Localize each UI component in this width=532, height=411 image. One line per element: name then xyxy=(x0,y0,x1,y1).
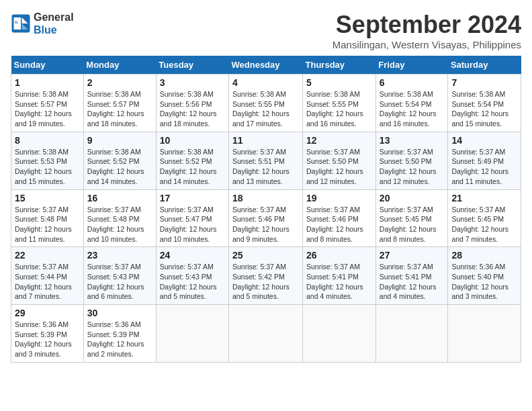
day-detail: Sunrise: 5:37 AMSunset: 5:49 PMDaylight:… xyxy=(451,148,508,185)
day-detail: Sunrise: 5:37 AMSunset: 5:44 PMDaylight:… xyxy=(15,263,72,300)
calendar-day-14: 14 Sunrise: 5:37 AMSunset: 5:49 PMDaylig… xyxy=(448,132,521,189)
empty-cell xyxy=(303,305,376,363)
logo-text: General Blue xyxy=(34,11,74,36)
calendar-day-13: 13 Sunrise: 5:37 AMSunset: 5:50 PMDaylig… xyxy=(375,132,448,189)
weekday-header-monday: Monday xyxy=(83,56,156,75)
day-detail: Sunrise: 5:38 AMSunset: 5:53 PMDaylight:… xyxy=(15,148,72,185)
day-number: 7 xyxy=(451,77,517,88)
day-number: 9 xyxy=(87,135,152,146)
day-number: 13 xyxy=(380,135,445,146)
calendar-day-4: 4 Sunrise: 5:38 AMSunset: 5:55 PMDayligh… xyxy=(229,75,303,132)
empty-cell xyxy=(229,305,303,363)
calendar-day-26: 26 Sunrise: 5:37 AMSunset: 5:41 PMDaylig… xyxy=(303,247,376,305)
day-detail: Sunrise: 5:37 AMSunset: 5:43 PMDaylight:… xyxy=(87,263,144,300)
day-number: 25 xyxy=(232,250,299,261)
weekday-header-thursday: Thursday xyxy=(303,56,376,75)
day-detail: Sunrise: 5:37 AMSunset: 5:43 PMDaylight:… xyxy=(160,263,217,300)
calendar-day-10: 10 Sunrise: 5:38 AMSunset: 5:52 PMDaylig… xyxy=(156,132,228,189)
calendar-day-9: 9 Sunrise: 5:38 AMSunset: 5:52 PMDayligh… xyxy=(83,132,156,189)
day-number: 12 xyxy=(306,135,372,146)
day-number: 20 xyxy=(380,193,445,203)
day-detail: Sunrise: 5:37 AMSunset: 5:46 PMDaylight:… xyxy=(306,205,363,243)
day-detail: Sunrise: 5:37 AMSunset: 5:47 PMDaylight:… xyxy=(160,205,217,243)
calendar-week-4: 22 Sunrise: 5:37 AMSunset: 5:44 PMDaylig… xyxy=(11,247,521,305)
day-number: 3 xyxy=(160,77,225,88)
day-detail: Sunrise: 5:36 AMSunset: 5:39 PMDaylight:… xyxy=(15,320,72,358)
calendar-table: SundayMondayTuesdayWednesdayThursdayFrid… xyxy=(11,56,521,363)
weekday-header-tuesday: Tuesday xyxy=(156,56,228,75)
header: G General Blue September 2024 Mansilinga… xyxy=(11,11,521,50)
calendar-day-5: 5 Sunrise: 5:38 AMSunset: 5:55 PMDayligh… xyxy=(303,75,376,132)
day-number: 15 xyxy=(15,193,80,203)
calendar-day-19: 19 Sunrise: 5:37 AMSunset: 5:46 PMDaylig… xyxy=(303,189,376,247)
svg-text:G: G xyxy=(15,20,18,24)
day-detail: Sunrise: 5:36 AMSunset: 5:39 PMDaylight:… xyxy=(87,320,144,358)
weekday-header-saturday: Saturday xyxy=(448,56,521,75)
calendar-week-5: 29 Sunrise: 5:36 AMSunset: 5:39 PMDaylig… xyxy=(11,305,521,363)
day-number: 27 xyxy=(380,250,445,261)
day-number: 5 xyxy=(306,77,372,88)
day-detail: Sunrise: 5:37 AMSunset: 5:41 PMDaylight:… xyxy=(380,263,437,300)
calendar-day-23: 23 Sunrise: 5:37 AMSunset: 5:43 PMDaylig… xyxy=(83,247,156,305)
calendar-week-1: 1 Sunrise: 5:38 AMSunset: 5:57 PMDayligh… xyxy=(11,75,521,132)
calendar-day-16: 16 Sunrise: 5:37 AMSunset: 5:48 PMDaylig… xyxy=(83,189,156,247)
day-number: 16 xyxy=(87,193,152,203)
day-detail: Sunrise: 5:38 AMSunset: 5:52 PMDaylight:… xyxy=(87,148,144,185)
calendar-week-2: 8 Sunrise: 5:38 AMSunset: 5:53 PMDayligh… xyxy=(11,132,521,189)
calendar-day-21: 21 Sunrise: 5:37 AMSunset: 5:45 PMDaylig… xyxy=(448,189,521,247)
day-detail: Sunrise: 5:37 AMSunset: 5:46 PMDaylight:… xyxy=(232,205,290,243)
day-detail: Sunrise: 5:37 AMSunset: 5:51 PMDaylight:… xyxy=(232,148,290,185)
calendar-day-6: 6 Sunrise: 5:38 AMSunset: 5:54 PMDayligh… xyxy=(375,75,448,132)
day-number: 1 xyxy=(15,77,80,88)
day-detail: Sunrise: 5:37 AMSunset: 5:48 PMDaylight:… xyxy=(87,205,144,243)
calendar-day-8: 8 Sunrise: 5:38 AMSunset: 5:53 PMDayligh… xyxy=(11,132,84,189)
calendar-day-15: 15 Sunrise: 5:37 AMSunset: 5:48 PMDaylig… xyxy=(11,189,84,247)
day-number: 26 xyxy=(306,250,372,261)
calendar-day-22: 22 Sunrise: 5:37 AMSunset: 5:44 PMDaylig… xyxy=(11,247,84,305)
day-number: 30 xyxy=(87,308,152,318)
logo: G General Blue xyxy=(11,11,74,36)
calendar-day-30: 30 Sunrise: 5:36 AMSunset: 5:39 PMDaylig… xyxy=(83,305,156,363)
title-area: September 2024 Mansilingan, Western Visa… xyxy=(332,11,521,50)
day-detail: Sunrise: 5:38 AMSunset: 5:54 PMDaylight:… xyxy=(451,90,508,128)
day-detail: Sunrise: 5:37 AMSunset: 5:42 PMDaylight:… xyxy=(232,263,290,300)
day-number: 14 xyxy=(451,135,517,146)
weekday-header-sunday: Sunday xyxy=(11,56,84,75)
day-number: 21 xyxy=(451,193,517,203)
day-detail: Sunrise: 5:36 AMSunset: 5:40 PMDaylight:… xyxy=(451,263,508,300)
day-number: 22 xyxy=(15,250,80,261)
location-title: Mansilingan, Western Visayas, Philippine… xyxy=(332,39,521,50)
day-number: 18 xyxy=(232,193,299,203)
day-detail: Sunrise: 5:37 AMSunset: 5:50 PMDaylight:… xyxy=(306,148,363,185)
day-number: 28 xyxy=(451,250,517,261)
day-detail: Sunrise: 5:37 AMSunset: 5:48 PMDaylight:… xyxy=(15,205,72,243)
calendar-day-2: 2 Sunrise: 5:38 AMSunset: 5:57 PMDayligh… xyxy=(83,75,156,132)
empty-cell xyxy=(156,305,228,363)
calendar-day-25: 25 Sunrise: 5:37 AMSunset: 5:42 PMDaylig… xyxy=(229,247,303,305)
calendar-day-11: 11 Sunrise: 5:37 AMSunset: 5:51 PMDaylig… xyxy=(229,132,303,189)
calendar-day-18: 18 Sunrise: 5:37 AMSunset: 5:46 PMDaylig… xyxy=(229,189,303,247)
calendar-day-29: 29 Sunrise: 5:36 AMSunset: 5:39 PMDaylig… xyxy=(11,305,84,363)
weekday-header-row: SundayMondayTuesdayWednesdayThursdayFrid… xyxy=(11,56,521,75)
day-number: 29 xyxy=(15,308,80,318)
calendar-day-24: 24 Sunrise: 5:37 AMSunset: 5:43 PMDaylig… xyxy=(156,247,228,305)
calendar-week-3: 15 Sunrise: 5:37 AMSunset: 5:48 PMDaylig… xyxy=(11,189,521,247)
weekday-header-wednesday: Wednesday xyxy=(229,56,303,75)
day-number: 17 xyxy=(160,193,225,203)
weekday-header-friday: Friday xyxy=(375,56,448,75)
empty-cell xyxy=(448,305,521,363)
calendar-day-12: 12 Sunrise: 5:37 AMSunset: 5:50 PMDaylig… xyxy=(303,132,376,189)
day-number: 19 xyxy=(306,193,372,203)
day-number: 4 xyxy=(232,77,299,88)
day-number: 2 xyxy=(87,77,152,88)
logo-icon: G xyxy=(11,13,31,34)
calendar-day-28: 28 Sunrise: 5:36 AMSunset: 5:40 PMDaylig… xyxy=(448,247,521,305)
calendar-day-20: 20 Sunrise: 5:37 AMSunset: 5:45 PMDaylig… xyxy=(375,189,448,247)
day-detail: Sunrise: 5:38 AMSunset: 5:57 PMDaylight:… xyxy=(87,90,144,128)
day-number: 24 xyxy=(160,250,225,261)
day-number: 11 xyxy=(232,135,299,146)
day-number: 10 xyxy=(160,135,225,146)
empty-cell xyxy=(375,305,448,363)
day-detail: Sunrise: 5:38 AMSunset: 5:57 PMDaylight:… xyxy=(15,90,72,128)
calendar-day-1: 1 Sunrise: 5:38 AMSunset: 5:57 PMDayligh… xyxy=(11,75,84,132)
